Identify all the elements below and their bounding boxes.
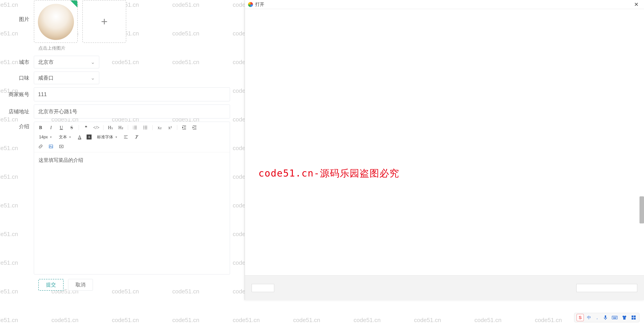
- bold-button[interactable]: B: [37, 124, 44, 131]
- submit-button[interactable]: 提交: [38, 279, 64, 291]
- outdent-button[interactable]: [181, 124, 188, 131]
- svg-rect-12: [614, 317, 614, 317]
- unordered-list-button[interactable]: [142, 124, 149, 131]
- close-button[interactable]: ✕: [632, 1, 641, 8]
- dish-form: 图片 + 点击上传图片 城市 北京市 ⌄ 口味 咸香口 ⌄ 商家账号 店铺地址: [0, 0, 239, 291]
- svg-point-4: [144, 127, 144, 128]
- h2-button[interactable]: H₂: [118, 124, 124, 131]
- indent-button[interactable]: [191, 124, 198, 131]
- sogou-ime-icon[interactable]: S: [576, 314, 584, 321]
- editor-toolbar: B I U S ❝ </> H₁ H₂ 123: [34, 122, 230, 152]
- ordered-list-button[interactable]: 123: [132, 124, 138, 131]
- image-button[interactable]: [48, 143, 54, 150]
- svg-rect-13: [615, 317, 616, 317]
- dialog-footer: [245, 275, 644, 300]
- svg-rect-11: [613, 317, 613, 317]
- svg-rect-6: [49, 145, 53, 148]
- label-city: 城市: [4, 59, 34, 66]
- code-button[interactable]: </>: [93, 124, 100, 131]
- city-value: 北京市: [38, 59, 54, 66]
- ime-keyboard-icon[interactable]: [611, 315, 618, 320]
- svg-rect-18: [632, 318, 634, 319]
- label-shop-address: 店铺地址: [4, 108, 34, 115]
- merchant-account-input[interactable]: [34, 87, 230, 101]
- svg-rect-17: [634, 315, 636, 317]
- ime-toolbar: S 中 ，: [574, 313, 640, 322]
- chevron-down-icon: ⌄: [91, 59, 95, 65]
- text-style-select[interactable]: 文本: [57, 134, 72, 140]
- label-image: 图片: [4, 16, 34, 23]
- shop-address-input[interactable]: [34, 105, 230, 119]
- plus-icon: +: [101, 15, 108, 28]
- ime-skin-icon[interactable]: [621, 315, 628, 320]
- font-size-select[interactable]: 14px: [37, 135, 54, 139]
- cancel-button[interactable]: 取消: [68, 279, 93, 291]
- taste-value: 咸香口: [38, 75, 54, 82]
- link-button[interactable]: [37, 143, 44, 150]
- clear-format-button[interactable]: T̷: [133, 134, 140, 140]
- svg-rect-15: [613, 318, 616, 318]
- background-color-button[interactable]: A: [86, 135, 92, 139]
- scrollbar[interactable]: [640, 196, 644, 223]
- upload-hint: 点击上传图片: [38, 45, 234, 51]
- svg-text:3: 3: [133, 128, 134, 130]
- underline-button[interactable]: U: [58, 124, 65, 131]
- svg-rect-16: [632, 315, 634, 317]
- italic-button[interactable]: I: [48, 124, 54, 131]
- strike-button[interactable]: S: [68, 124, 75, 131]
- superscript-button[interactable]: x²: [167, 124, 174, 131]
- filename-input[interactable]: [252, 284, 274, 292]
- svg-point-5: [144, 129, 144, 129]
- dialog-watermark-text: code51.cn-源码乐园盗图必究: [258, 167, 399, 180]
- font-family-select[interactable]: 标准字体: [95, 134, 119, 140]
- svg-rect-9: [605, 315, 606, 318]
- subscript-button[interactable]: x₂: [156, 124, 163, 131]
- uploaded-image-thumb[interactable]: [34, 0, 78, 43]
- blockquote-button[interactable]: ❝: [82, 124, 89, 131]
- align-button[interactable]: [122, 134, 129, 140]
- rich-text-editor: B I U S ❝ </> H₁ H₂ 123: [34, 122, 230, 274]
- svg-rect-14: [616, 317, 617, 317]
- svg-rect-19: [634, 318, 636, 319]
- chrome-icon: [248, 2, 253, 7]
- text-color-button[interactable]: A: [76, 134, 83, 140]
- taste-select[interactable]: 咸香口 ⌄: [34, 72, 99, 84]
- ime-language-toggle[interactable]: 中: [586, 314, 592, 321]
- chevron-down-icon: ⌄: [91, 75, 95, 81]
- label-taste: 口味: [4, 75, 34, 82]
- editor-content[interactable]: 这里填写菜品的介绍: [34, 152, 230, 274]
- dialog-titlebar: 打开 ✕: [245, 0, 644, 9]
- dialog-body: code51.cn-源码乐园盗图必究: [245, 9, 644, 275]
- ime-toolbox-icon[interactable]: [630, 315, 637, 320]
- ime-voice-icon[interactable]: [602, 314, 608, 321]
- dialog-title: 打开: [255, 1, 632, 8]
- h1-button[interactable]: H₁: [107, 124, 114, 131]
- filetype-select[interactable]: [576, 284, 637, 292]
- add-image-button[interactable]: +: [82, 0, 126, 43]
- check-corner-icon: [70, 0, 78, 8]
- ime-punctuation-toggle[interactable]: ，: [594, 314, 600, 321]
- file-open-dialog: 打开 ✕ code51.cn-源码乐园盗图必究: [245, 0, 644, 300]
- city-select[interactable]: 北京市 ⌄: [34, 56, 99, 68]
- video-button[interactable]: [58, 143, 65, 150]
- svg-point-3: [144, 126, 144, 127]
- svg-rect-10: [612, 316, 618, 319]
- label-merchant-account: 商家账号: [4, 91, 34, 98]
- label-intro: 介绍: [4, 123, 34, 130]
